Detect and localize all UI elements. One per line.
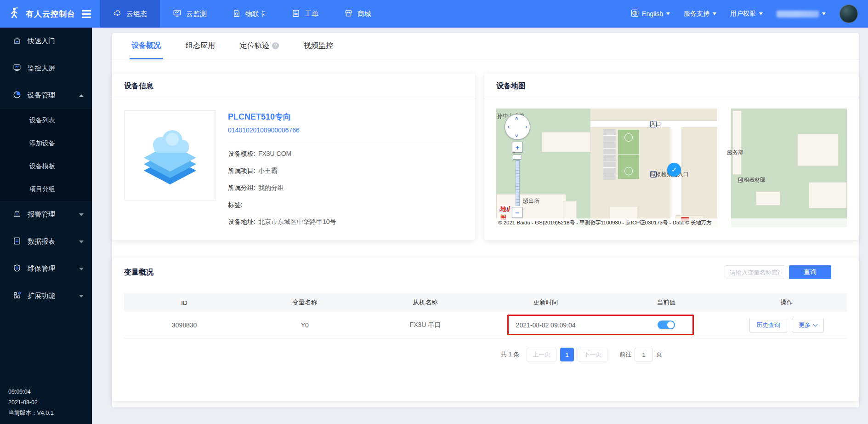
chevron-down-icon [813, 322, 817, 327]
page-number-1[interactable]: 1 [560, 348, 574, 361]
sidebar-subitem-add-device[interactable]: 添加设备 [0, 132, 92, 155]
field-value: 小王霸 [258, 167, 278, 174]
brand-area: 有人云控制台 [0, 0, 100, 28]
next-page-button[interactable]: 下一页 [578, 348, 607, 361]
variables-header: 变量概况 查询 [124, 258, 847, 287]
device-name-link[interactable]: PLCNET510专向 [228, 111, 463, 122]
variables-table: ID 变量名称 从机名称 更新时间 当前值 操作 3098830 Y0 FX3U… [124, 293, 847, 338]
table-header-row: ID 变量名称 从机名称 更新时间 当前值 操作 [124, 293, 847, 312]
sidebar-item-label: 快速入门 [28, 37, 84, 46]
device-map-card: 设备地图 孙中山坐像 [484, 74, 859, 240]
sidebar-item-data-report[interactable]: 数据报表 [0, 228, 92, 255]
topbar-right: English 服务支持 用户权限 [631, 0, 868, 28]
zoom-slider-track[interactable] [516, 160, 520, 206]
permission-menu[interactable]: 用户权限 [730, 10, 763, 18]
main-content: 设备概况 组态应用 定位轨迹 视频监控 设备信息 [92, 28, 868, 424]
map-road [717, 109, 731, 227]
username-redacted [777, 11, 819, 17]
field-address: 设备地址:北京市东城区中华路甲10号 [228, 218, 463, 226]
pan-up-icon[interactable]: ˄ [515, 115, 518, 121]
nav-mall[interactable]: 商城 [331, 0, 384, 28]
home-icon [13, 36, 21, 46]
map-building [809, 182, 847, 208]
field-label: 设备地址: [228, 218, 255, 225]
zoom-slider-handle[interactable]: − [513, 155, 522, 160]
nav-label: 工单 [305, 10, 318, 18]
device-id-link[interactable]: 01401020100900006766 [228, 126, 463, 141]
pan-left-icon[interactable]: ‹ [508, 124, 510, 129]
work-order-icon [292, 9, 300, 19]
tab-bar: 设备概况 组态应用 定位轨迹 视频监控 [112, 33, 859, 60]
avatar[interactable] [840, 5, 858, 23]
sidebar-item-alarm-management[interactable]: 报警管理 [0, 201, 92, 228]
field-label: 标签: [228, 201, 243, 208]
tab-scada-app[interactable]: 组态应用 [184, 33, 217, 59]
sidebar-submenu-device: 设备列表 添加设备 设备模板 项目分组 [0, 109, 92, 201]
device-image [124, 110, 216, 201]
nav-iot-card[interactable]: 物联卡 [220, 0, 279, 28]
col-name: 变量名称 [244, 298, 365, 307]
field-value: 北京市东城区中华路甲10号 [258, 218, 336, 225]
tab-label: 组态应用 [186, 41, 215, 51]
baidu-map[interactable]: 孙中山坐像 入口 [496, 109, 847, 227]
tab-video-monitor[interactable]: 视频监控 [302, 33, 335, 59]
nav-cloud-scada[interactable]: 云组态 [100, 0, 160, 28]
search-button[interactable]: 查询 [789, 265, 831, 279]
sidebar-subitem-device-list[interactable]: 设备列表 [0, 109, 92, 132]
sidebar-item-device-management[interactable]: 设备管理 [0, 82, 92, 109]
tab-device-overview[interactable]: 设备概况 [130, 33, 163, 59]
nav-label: 商城 [357, 10, 371, 18]
history-query-button[interactable]: 历史查询 [749, 318, 787, 332]
app-title: 有人云控制台 [26, 9, 75, 19]
field-value: 我的分组 [258, 184, 284, 191]
poi-entrance: 入口 [650, 121, 657, 127]
nav-label: 云监测 [186, 10, 207, 18]
device-info-body: PLCNET510专向 01401020100900006766 设备模板:FX… [124, 99, 463, 226]
sidebar-subitem-project-group[interactable]: 项目分组 [0, 178, 92, 201]
sidebar-item-extensions[interactable]: 扩展功能 [0, 282, 92, 309]
pan-right-icon[interactable]: › [525, 124, 527, 129]
help-icon[interactable] [272, 42, 279, 49]
map-parking [603, 129, 616, 180]
device-location-marker[interactable] [667, 163, 681, 177]
account-menu[interactable] [777, 11, 826, 17]
sidebar-item-maintenance[interactable]: 维保管理 [0, 255, 92, 282]
field-label: 设备模板: [228, 150, 255, 157]
tab-label: 定位轨迹 [240, 41, 269, 51]
goto-unit: 页 [656, 350, 662, 359]
map-basketball-court [617, 129, 640, 180]
version-label: 当前版本：V4.0.1 [8, 408, 54, 418]
nav-label: 物联卡 [245, 10, 266, 18]
monitor-chart-icon [173, 9, 182, 19]
prev-page-button[interactable]: 上一页 [527, 348, 556, 361]
pan-down-icon[interactable]: ˅ [515, 133, 518, 138]
field-label: 所属项目: [228, 167, 255, 174]
zoom-out-button[interactable]: − [512, 207, 523, 218]
sidebar-item-monitor-screen[interactable]: 监控大屏 [0, 55, 92, 82]
nav-cloud-monitor[interactable]: 云监测 [160, 0, 220, 28]
tab-location-track[interactable]: 定位轨迹 [238, 33, 281, 59]
more-button[interactable]: 更多 [792, 318, 824, 332]
search-input[interactable] [725, 265, 785, 279]
zoom-in-button[interactable]: + [512, 142, 523, 153]
support-menu[interactable]: 服务支持 [684, 10, 716, 18]
field-tags: 标签: [228, 201, 463, 209]
pagination: 共 1 条 上一页 1 下一页 前往 页 [220, 348, 868, 361]
goto-page-input[interactable] [635, 348, 653, 361]
language-selector[interactable]: English [631, 9, 670, 18]
tab-label: 设备概况 [131, 41, 161, 51]
menu-toggle-icon[interactable] [82, 10, 91, 18]
value-toggle[interactable] [658, 321, 675, 329]
nav-work-order[interactable]: 工单 [279, 0, 331, 28]
map-attribution: © 2021 Baidu - GS(2019)5218号 - 甲测资字11009… [496, 218, 847, 227]
sidebar-subitem-device-template[interactable]: 设备模板 [0, 155, 92, 178]
cell-actions: 历史查询 更多 [726, 318, 847, 332]
shield-wrench-icon [13, 264, 21, 274]
sidebar-item-quick-start[interactable]: 快速入门 [0, 28, 92, 55]
cell-value [606, 321, 726, 329]
device-info-fields: PLCNET510专向 01401020100900006766 设备模板:FX… [228, 110, 463, 226]
col-value: 当前值 [606, 298, 726, 307]
poi-police: 派出所 [523, 199, 528, 204]
map-pan-control[interactable]: ˄ ˅ ‹ › [505, 114, 530, 140]
col-actions: 操作 [726, 298, 847, 307]
